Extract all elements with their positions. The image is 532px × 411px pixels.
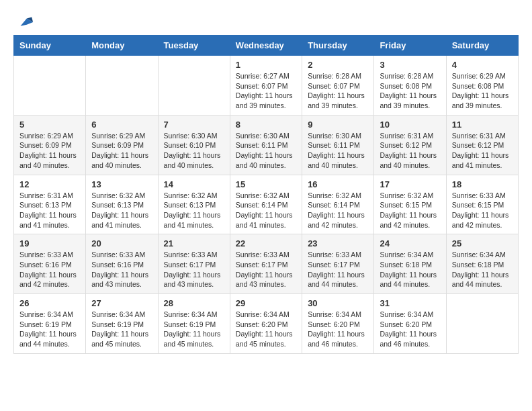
- day-number: 29: [236, 298, 296, 308]
- calendar-cell: [14, 56, 86, 116]
- day-number: 4: [452, 60, 513, 70]
- day-info: Sunrise: 6:33 AM Sunset: 6:17 PM Dayligh…: [164, 250, 224, 289]
- calendar-cell: 2Sunrise: 6:28 AM Sunset: 6:07 PM Daylig…: [302, 56, 374, 116]
- day-number: 27: [91, 298, 152, 308]
- day-number: 19: [19, 238, 80, 248]
- day-info: Sunrise: 6:31 AM Sunset: 6:13 PM Dayligh…: [19, 191, 80, 230]
- calendar-cell: 6Sunrise: 6:29 AM Sunset: 6:09 PM Daylig…: [86, 115, 158, 175]
- calendar-cell: 21Sunrise: 6:33 AM Sunset: 6:17 PM Dayli…: [158, 234, 230, 294]
- calendar-week-row: 1Sunrise: 6:27 AM Sunset: 6:07 PM Daylig…: [14, 56, 519, 116]
- day-info: Sunrise: 6:31 AM Sunset: 6:12 PM Dayligh…: [380, 131, 440, 171]
- day-info: Sunrise: 6:32 AM Sunset: 6:14 PM Dayligh…: [236, 191, 296, 230]
- weekday-header-saturday: Saturday: [446, 36, 518, 56]
- day-info: Sunrise: 6:34 AM Sunset: 6:20 PM Dayligh…: [380, 310, 440, 349]
- day-info: Sunrise: 6:32 AM Sunset: 6:13 PM Dayligh…: [91, 191, 152, 230]
- day-info: Sunrise: 6:29 AM Sunset: 6:08 PM Dayligh…: [452, 71, 513, 111]
- day-number: 12: [19, 179, 80, 189]
- day-number: 5: [19, 120, 80, 130]
- calendar-cell: 8Sunrise: 6:30 AM Sunset: 6:11 PM Daylig…: [230, 115, 302, 175]
- calendar-cell: 24Sunrise: 6:34 AM Sunset: 6:18 PM Dayli…: [374, 234, 446, 294]
- day-info: Sunrise: 6:28 AM Sunset: 6:08 PM Dayligh…: [380, 71, 440, 111]
- day-number: 3: [380, 60, 440, 70]
- day-info: Sunrise: 6:32 AM Sunset: 6:13 PM Dayligh…: [164, 191, 224, 230]
- calendar-cell: 20Sunrise: 6:33 AM Sunset: 6:16 PM Dayli…: [86, 234, 158, 294]
- logo-bird-icon: [15, 13, 34, 32]
- day-info: Sunrise: 6:30 AM Sunset: 6:10 PM Dayligh…: [164, 131, 224, 171]
- day-number: 8: [236, 120, 296, 130]
- calendar-cell: 28Sunrise: 6:34 AM Sunset: 6:19 PM Dayli…: [158, 294, 230, 354]
- page-header: [13, 13, 519, 28]
- day-number: 26: [19, 298, 80, 308]
- calendar-week-row: 5Sunrise: 6:29 AM Sunset: 6:09 PM Daylig…: [14, 115, 519, 175]
- day-info: Sunrise: 6:34 AM Sunset: 6:20 PM Dayligh…: [308, 310, 368, 349]
- day-number: 31: [380, 298, 440, 308]
- day-number: 6: [91, 120, 152, 130]
- calendar-cell: 4Sunrise: 6:29 AM Sunset: 6:08 PM Daylig…: [446, 56, 518, 116]
- day-info: Sunrise: 6:33 AM Sunset: 6:17 PM Dayligh…: [308, 250, 368, 289]
- calendar-cell: 15Sunrise: 6:32 AM Sunset: 6:14 PM Dayli…: [230, 175, 302, 234]
- weekday-header-friday: Friday: [374, 36, 446, 56]
- calendar-cell: 12Sunrise: 6:31 AM Sunset: 6:13 PM Dayli…: [14, 175, 86, 234]
- calendar-cell: 5Sunrise: 6:29 AM Sunset: 6:09 PM Daylig…: [14, 115, 86, 175]
- day-number: 10: [380, 120, 440, 130]
- weekday-header-thursday: Thursday: [302, 36, 374, 56]
- calendar-cell: 26Sunrise: 6:34 AM Sunset: 6:19 PM Dayli…: [14, 294, 86, 354]
- day-number: 22: [236, 238, 296, 248]
- day-number: 2: [308, 60, 368, 70]
- day-number: 9: [308, 120, 368, 130]
- weekday-header-wednesday: Wednesday: [230, 36, 302, 56]
- calendar-week-row: 19Sunrise: 6:33 AM Sunset: 6:16 PM Dayli…: [14, 234, 519, 294]
- day-info: Sunrise: 6:33 AM Sunset: 6:17 PM Dayligh…: [236, 250, 296, 289]
- day-info: Sunrise: 6:32 AM Sunset: 6:14 PM Dayligh…: [308, 191, 368, 230]
- calendar-cell: 30Sunrise: 6:34 AM Sunset: 6:20 PM Dayli…: [302, 294, 374, 354]
- weekday-header-monday: Monday: [86, 36, 158, 56]
- calendar-cell: 22Sunrise: 6:33 AM Sunset: 6:17 PM Dayli…: [230, 234, 302, 294]
- day-info: Sunrise: 6:34 AM Sunset: 6:20 PM Dayligh…: [236, 310, 296, 349]
- logo: [13, 13, 34, 28]
- calendar-cell: 1Sunrise: 6:27 AM Sunset: 6:07 PM Daylig…: [230, 56, 302, 116]
- calendar-cell: 23Sunrise: 6:33 AM Sunset: 6:17 PM Dayli…: [302, 234, 374, 294]
- day-number: 28: [164, 298, 224, 308]
- day-number: 13: [91, 179, 152, 189]
- day-number: 1: [236, 60, 296, 70]
- day-number: 23: [308, 238, 368, 248]
- day-number: 20: [91, 238, 152, 248]
- weekday-header-sunday: Sunday: [14, 36, 86, 56]
- calendar-cell: [86, 56, 158, 116]
- day-info: Sunrise: 6:32 AM Sunset: 6:15 PM Dayligh…: [380, 191, 440, 230]
- day-info: Sunrise: 6:31 AM Sunset: 6:12 PM Dayligh…: [452, 131, 513, 171]
- day-info: Sunrise: 6:33 AM Sunset: 6:15 PM Dayligh…: [452, 191, 513, 230]
- day-info: Sunrise: 6:34 AM Sunset: 6:19 PM Dayligh…: [19, 310, 80, 349]
- calendar-cell: 7Sunrise: 6:30 AM Sunset: 6:10 PM Daylig…: [158, 115, 230, 175]
- day-number: 25: [452, 238, 513, 248]
- day-info: Sunrise: 6:29 AM Sunset: 6:09 PM Dayligh…: [19, 131, 80, 171]
- calendar-cell: 31Sunrise: 6:34 AM Sunset: 6:20 PM Dayli…: [374, 294, 446, 354]
- calendar-cell: 13Sunrise: 6:32 AM Sunset: 6:13 PM Dayli…: [86, 175, 158, 234]
- day-number: 17: [380, 179, 440, 189]
- calendar-cell: 16Sunrise: 6:32 AM Sunset: 6:14 PM Dayli…: [302, 175, 374, 234]
- calendar-cell: 29Sunrise: 6:34 AM Sunset: 6:20 PM Dayli…: [230, 294, 302, 354]
- calendar-cell: 9Sunrise: 6:30 AM Sunset: 6:11 PM Daylig…: [302, 115, 374, 175]
- day-number: 18: [452, 179, 513, 189]
- day-number: 21: [164, 238, 224, 248]
- calendar-week-row: 12Sunrise: 6:31 AM Sunset: 6:13 PM Dayli…: [14, 175, 519, 234]
- day-info: Sunrise: 6:33 AM Sunset: 6:16 PM Dayligh…: [19, 250, 80, 289]
- weekday-header-tuesday: Tuesday: [158, 36, 230, 56]
- calendar-cell: 3Sunrise: 6:28 AM Sunset: 6:08 PM Daylig…: [374, 56, 446, 116]
- calendar-cell: 27Sunrise: 6:34 AM Sunset: 6:19 PM Dayli…: [86, 294, 158, 354]
- day-number: 15: [236, 179, 296, 189]
- calendar-cell: [158, 56, 230, 116]
- calendar-cell: 18Sunrise: 6:33 AM Sunset: 6:15 PM Dayli…: [446, 175, 518, 234]
- day-info: Sunrise: 6:30 AM Sunset: 6:11 PM Dayligh…: [308, 131, 368, 171]
- calendar-cell: [446, 294, 518, 354]
- day-info: Sunrise: 6:34 AM Sunset: 6:18 PM Dayligh…: [380, 250, 440, 289]
- day-number: 30: [308, 298, 368, 308]
- calendar-cell: 14Sunrise: 6:32 AM Sunset: 6:13 PM Dayli…: [158, 175, 230, 234]
- weekday-header-row: SundayMondayTuesdayWednesdayThursdayFrid…: [14, 36, 519, 56]
- calendar-cell: 17Sunrise: 6:32 AM Sunset: 6:15 PM Dayli…: [374, 175, 446, 234]
- day-info: Sunrise: 6:34 AM Sunset: 6:19 PM Dayligh…: [164, 310, 224, 349]
- calendar-cell: 10Sunrise: 6:31 AM Sunset: 6:12 PM Dayli…: [374, 115, 446, 175]
- day-info: Sunrise: 6:28 AM Sunset: 6:07 PM Dayligh…: [308, 71, 368, 111]
- calendar-cell: 25Sunrise: 6:34 AM Sunset: 6:18 PM Dayli…: [446, 234, 518, 294]
- day-info: Sunrise: 6:29 AM Sunset: 6:09 PM Dayligh…: [91, 131, 152, 171]
